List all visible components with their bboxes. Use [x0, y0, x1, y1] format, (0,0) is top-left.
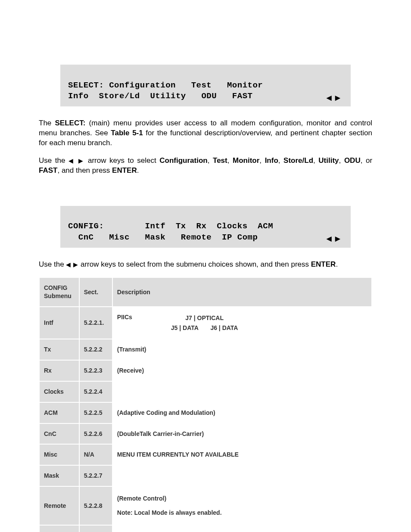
lcd-config-menu: CONFIG: Intf Tx Rx Clocks ACM CnC Misc M…: [60, 206, 351, 248]
table-row: ACM5.2.2.5(Adaptive Coding and Modulatio…: [39, 402, 372, 423]
th-submenu: CONFIG Submenu: [39, 277, 79, 307]
cell-desc: (Adaptive Coding and Modulation): [112, 402, 372, 423]
lcd-line2: CnC Misc Mask Remote IP Comp: [68, 233, 258, 242]
cell-submenu: ACM: [39, 402, 79, 423]
cell-sect: 5.2.2.6: [79, 423, 112, 445]
cell-sect: 5.2.2.1.: [79, 307, 112, 339]
cell-submenu: Intf: [39, 307, 79, 339]
paragraph-config-nav: Use the ◀ ▶ arrow keys to select from th…: [39, 260, 372, 270]
cell-sect: 5.2.2.3: [79, 360, 112, 381]
cell-desc: [112, 525, 372, 532]
table-row: Tx5.2.2.2(Transmit): [39, 339, 372, 360]
table-row: Intf5.2.2.1.PIICsJ7 | OPTICALJ5 | DATA J…: [39, 307, 372, 339]
table-row: Rx5.2.2.3(Receive): [39, 360, 372, 381]
config-submenu-table: CONFIG Submenu Sect. Description Intf5.2…: [39, 277, 372, 532]
cell-submenu: Remote: [39, 486, 79, 525]
cell-desc: (Transmit): [112, 339, 372, 360]
table-row: Mask5.2.2.7: [39, 465, 372, 486]
cell-submenu: Mask: [39, 465, 79, 486]
cell-desc: (DoubleTalk Carrier-in-Carrier): [112, 423, 372, 445]
th-sect: Sect.: [79, 277, 112, 307]
cell-sect: 5.2.2.5: [79, 402, 112, 423]
arrow-keys-icon: ◀ ▶: [68, 157, 84, 164]
paragraph-select-intro: The SELECT: (main) menu provides user ac…: [39, 118, 372, 148]
table-row: CnC5.2.2.6(DoubleTalk Carrier-in-Carrier…: [39, 423, 372, 445]
table-row: Clocks5.2.2.4: [39, 381, 372, 402]
nav-arrows-icon: ◀ ▶: [327, 234, 341, 243]
table-row: IP5.2.2.9: [39, 525, 372, 532]
cell-desc: PIICsJ7 | OPTICALJ5 | DATA J6 | DATA: [112, 307, 372, 339]
cell-desc: [112, 381, 372, 402]
cell-submenu: CnC: [39, 423, 79, 445]
cell-submenu: Misc: [39, 444, 79, 465]
paragraph-select-nav: Use the ◀ ▶ arrow keys to select Configu…: [39, 156, 372, 176]
cell-sect: 5.2.2.7: [79, 465, 112, 486]
cell-sect: 5.2.2.4: [79, 381, 112, 402]
cell-sect: 5.2.2.8: [79, 486, 112, 525]
table-row: Remote5.2.2.8(Remote Control)Note: Local…: [39, 486, 372, 525]
cell-submenu: IP: [39, 525, 79, 532]
cell-desc: [112, 465, 372, 486]
lcd-line1: SELECT: Configuration Test Monitor: [68, 81, 263, 90]
cell-submenu: Rx: [39, 360, 79, 381]
lcd-line1: CONFIG: Intf Tx Rx Clocks ACM: [68, 221, 273, 231]
cell-submenu: Tx: [39, 339, 79, 360]
nav-arrows-icon: ◀ ▶: [327, 93, 341, 102]
cell-submenu: Clocks: [39, 381, 79, 402]
cell-sect: 5.2.2.2: [79, 339, 112, 360]
th-desc: Description: [112, 277, 372, 307]
cell-sect: N/A: [79, 444, 112, 465]
lcd-select-menu: SELECT: Configuration Test Monitor Info …: [60, 65, 351, 106]
cell-sect: 5.2.2.9: [79, 525, 112, 532]
lcd-line2: Info Store/Ld Utility ODU FAST: [68, 91, 252, 101]
cell-desc: MENU ITEM CURRENTLY NOT AVAILABLE: [112, 444, 372, 465]
table-row: MiscN/AMENU ITEM CURRENTLY NOT AVAILABLE: [39, 444, 372, 465]
arrow-keys-icon: ◀ ▶: [66, 261, 78, 268]
cell-desc: (Remote Control)Note: Local Mode is alwa…: [112, 486, 372, 525]
cell-desc: (Receive): [112, 360, 372, 381]
